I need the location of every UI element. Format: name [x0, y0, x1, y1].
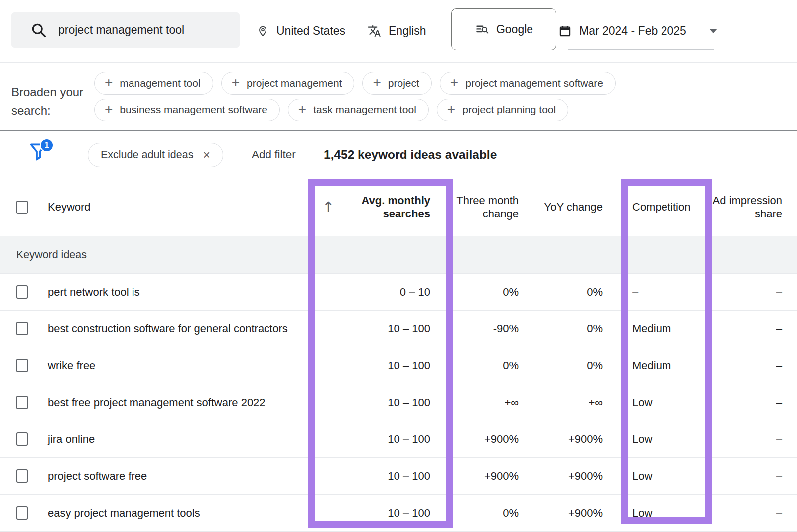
search-network-icon: [475, 22, 490, 37]
avg-monthly-searches-cell: 10 – 100: [308, 311, 453, 347]
avg-monthly-searches-cell: 0 – 10: [308, 274, 453, 310]
select-all-checkbox[interactable]: [16, 201, 28, 214]
header-competition-label: Competition: [632, 201, 690, 213]
language-selector[interactable]: English: [368, 0, 426, 62]
row-checkbox[interactable]: [16, 322, 28, 335]
yoy-change-cell: 0%: [536, 347, 621, 384]
yoy-change-cell: +900%: [536, 495, 621, 531]
three-month-change-cell: 0%: [453, 274, 536, 310]
broaden-chips-row-1: +management tool +project management +pr…: [94, 72, 616, 95]
ad-impression-share-cell: –: [712, 458, 797, 494]
date-range-underline: [568, 49, 714, 50]
location-selector[interactable]: United States: [257, 0, 345, 62]
plus-icon: +: [373, 76, 381, 90]
ad-impression-share-cell: –: [712, 311, 797, 347]
plus-icon: +: [232, 76, 240, 90]
three-month-change-cell: -90%: [453, 311, 536, 347]
table-row: project software free 10 – 100 +900% +90…: [0, 458, 797, 495]
broaden-chip-business-management-software[interactable]: +business management software: [94, 99, 280, 121]
add-filter-button[interactable]: Add filter: [252, 131, 296, 178]
filter-button[interactable]: 1: [28, 140, 56, 168]
row-checkbox[interactable]: [16, 396, 28, 409]
translate-icon: [368, 24, 381, 38]
header-three-month-label: Three month change: [453, 194, 519, 220]
table-row: wrike free 10 – 100 0% 0% Medium –: [0, 347, 797, 384]
search-icon: [30, 21, 48, 39]
ad-impression-share-cell: –: [712, 384, 797, 421]
yoy-change-cell: +∞: [536, 384, 621, 421]
keyword-cell[interactable]: pert network tool is: [48, 286, 140, 299]
yoy-change-cell: +900%: [536, 421, 621, 457]
broaden-chip-task-management-tool[interactable]: +task management tool: [288, 99, 429, 121]
date-range-selector[interactable]: Mar 2024 - Feb 2025: [558, 0, 717, 62]
chip-label: project: [388, 77, 419, 89]
ad-impression-share-cell: –: [712, 347, 797, 384]
ad-impression-share-cell: –: [712, 274, 797, 310]
row-checkbox[interactable]: [16, 359, 28, 372]
three-month-change-cell: 0%: [453, 495, 536, 531]
header-yoy-label: YoY change: [544, 201, 603, 213]
keyword-cell[interactable]: best construction software for general c…: [48, 322, 288, 335]
network-label: Google: [496, 23, 533, 36]
three-month-change-cell: +∞: [453, 384, 536, 421]
header-competition[interactable]: Competition: [621, 178, 712, 236]
close-icon[interactable]: ×: [203, 149, 210, 161]
column-divider: [536, 272, 536, 527]
table-row: best construction software for general c…: [0, 311, 797, 347]
filter-bar: 1 Exclude adult ideas × Add filter 1,452…: [0, 131, 797, 178]
ad-impression-share-cell: –: [712, 421, 797, 457]
keyword-ideas-table: Keyword ↑ Avg. monthly searches Three mo…: [0, 178, 797, 532]
header-keyword: Keyword: [0, 178, 308, 236]
row-checkbox[interactable]: [16, 469, 28, 483]
plus-icon: +: [450, 76, 458, 90]
row-checkbox[interactable]: [16, 285, 28, 299]
network-selector[interactable]: Google: [451, 8, 556, 50]
header-three-month-change[interactable]: Three month change: [453, 178, 536, 236]
keyword-cell[interactable]: best free project management software 20…: [48, 396, 266, 409]
plus-icon: +: [447, 103, 455, 116]
three-month-change-cell: 0%: [453, 347, 536, 384]
exclude-adult-ideas-chip[interactable]: Exclude adult ideas ×: [88, 143, 223, 167]
row-checkbox[interactable]: [16, 432, 28, 446]
chip-label: project planning tool: [462, 104, 556, 116]
broaden-chip-management-tool[interactable]: +management tool: [94, 72, 213, 95]
keyword-ideas-section-row: Keyword ideas: [0, 236, 797, 274]
header-keyword-label: Keyword: [48, 201, 91, 213]
plus-icon: +: [105, 103, 113, 116]
competition-cell: Medium: [621, 311, 712, 347]
three-month-change-cell: +900%: [453, 458, 536, 494]
header-ad-impression-share[interactable]: Ad impression share: [712, 178, 797, 236]
keyword-cell[interactable]: easy project management tools: [48, 507, 200, 520]
competition-cell: Medium: [621, 347, 712, 384]
avg-monthly-searches-cell: 10 – 100: [308, 421, 453, 457]
header-avg-label: Avg. monthly searches: [355, 194, 430, 220]
keyword-cell[interactable]: project software free: [48, 470, 147, 483]
competition-cell: Low: [621, 384, 712, 421]
table-row: jira online 10 – 100 +900% +900% Low –: [0, 421, 797, 458]
keyword-search-input[interactable]: project management tool: [11, 12, 240, 48]
keyword-cell[interactable]: wrike free: [48, 359, 95, 372]
plus-icon: +: [105, 76, 113, 90]
broaden-search-label: Broaden your search:: [11, 83, 97, 120]
broaden-chip-project-planning-tool[interactable]: +project planning tool: [437, 99, 568, 121]
competition-cell: Low: [621, 495, 712, 531]
avg-monthly-searches-cell: 10 – 100: [308, 347, 453, 384]
sort-ascending-icon[interactable]: ↑: [322, 199, 334, 215]
broaden-chip-project[interactable]: +project: [362, 72, 431, 95]
table-row: pert network tool is 0 – 10 0% 0% – –: [0, 274, 797, 311]
table-row: easy project management tools 10 – 100 0…: [0, 495, 797, 532]
chip-label: project management software: [465, 77, 603, 89]
header-yoy-change[interactable]: YoY change: [536, 178, 621, 236]
keyword-cell[interactable]: jira online: [48, 433, 95, 446]
three-month-change-cell: +900%: [453, 421, 536, 457]
row-checkbox[interactable]: [16, 506, 28, 520]
yoy-change-cell: 0%: [536, 311, 621, 347]
competition-cell: Low: [621, 421, 712, 457]
broaden-chip-project-management[interactable]: +project management: [221, 72, 355, 95]
keyword-ideas-count: 1,452 keyword ideas available: [324, 131, 497, 178]
header-avg-monthly-searches[interactable]: ↑ Avg. monthly searches: [308, 178, 453, 236]
broaden-chip-project-management-software[interactable]: +project management software: [440, 72, 616, 95]
competition-cell: Low: [621, 458, 712, 494]
avg-monthly-searches-cell: 10 – 100: [308, 458, 453, 494]
competition-cell: –: [621, 274, 712, 310]
